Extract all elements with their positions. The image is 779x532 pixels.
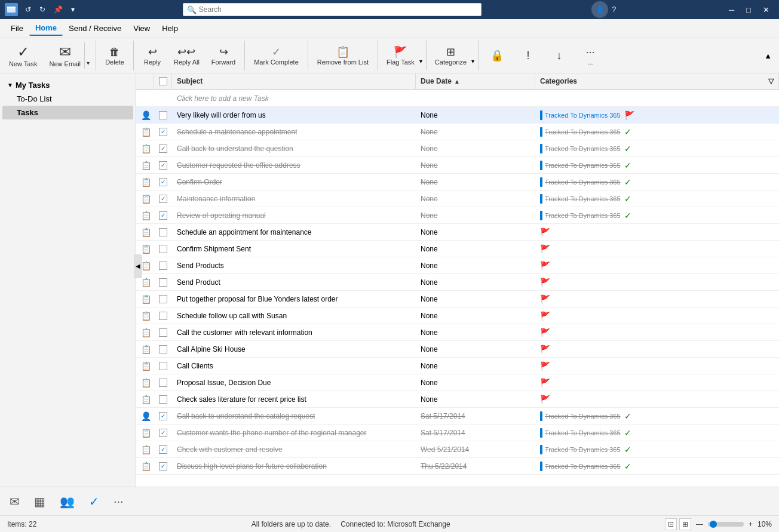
table-row[interactable]: 📋 Send Products None 🚩 (136, 257, 779, 274)
row-check-cell[interactable] (154, 174, 172, 190)
table-row[interactable]: 📋 Schedule an appointment for maintenanc… (136, 224, 779, 241)
row-subject-cell[interactable]: Call the customer with relevant informat… (172, 324, 416, 340)
menu-help[interactable]: Help (156, 21, 184, 35)
table-row[interactable]: 📋 Customer requested the office address … (136, 157, 779, 174)
row-subject-cell[interactable]: Maintenance information (172, 190, 416, 207)
nav-calendar[interactable]: ▦ (27, 492, 53, 511)
flag-task-dropdown[interactable]: ▾ (419, 43, 422, 68)
row-subject-cell[interactable]: Send Product (172, 274, 416, 290)
new-email-dropdown[interactable]: ▾ (84, 42, 91, 69)
row-subject-cell[interactable]: Schedule a maintenance appointment (172, 124, 416, 140)
maximize-button[interactable]: □ (741, 3, 756, 17)
table-row[interactable]: 📋 Call Alpine Ski House None 🚩 (136, 341, 779, 358)
flag-icon[interactable]: 🚩 (540, 378, 550, 388)
header-subject-col[interactable]: Subject (172, 73, 416, 89)
view-multi-icon[interactable]: ⊞ (679, 518, 691, 530)
table-row[interactable]: 📋 Confirm Shipment Sent None 🚩 (136, 241, 779, 257)
task-checkbox[interactable] (159, 144, 167, 153)
new-task-placeholder[interactable]: Click here to add a new Task (172, 90, 416, 106)
task-checkbox[interactable] (159, 362, 167, 370)
task-checkbox[interactable] (159, 262, 167, 270)
task-checkbox[interactable] (159, 195, 167, 203)
row-check-cell[interactable] (154, 324, 172, 340)
table-row[interactable]: 📋 Call Clients None 🚩 (136, 358, 779, 374)
close-button[interactable]: ✕ (758, 3, 774, 17)
zoom-in-button[interactable]: + (746, 519, 755, 530)
task-checkbox[interactable] (159, 345, 167, 353)
row-check-cell[interactable] (154, 425, 172, 441)
table-row[interactable]: 👤 Call back to understand the catalog re… (136, 408, 779, 425)
row-check-cell[interactable] (154, 190, 172, 207)
flag-icon[interactable]: 🚩 (540, 278, 550, 287)
nav-tasks[interactable]: ✓ (82, 492, 106, 511)
search-input[interactable] (199, 5, 477, 14)
table-row[interactable]: 📋 Call the customer with relevant inform… (136, 324, 779, 341)
row-subject-cell[interactable]: Check with customer and resolve (172, 441, 416, 457)
table-row[interactable]: 📋 Send Product None 🚩 (136, 274, 779, 291)
row-check-cell[interactable] (154, 374, 172, 390)
row-subject-cell[interactable]: Confirm Order (172, 174, 416, 190)
task-checkbox[interactable] (159, 462, 167, 471)
task-checkbox[interactable] (159, 312, 167, 320)
table-row[interactable]: 📋 Call back to understand the question N… (136, 140, 779, 157)
row-check-cell[interactable] (154, 291, 172, 307)
task-checkbox[interactable] (159, 278, 167, 287)
row-check-cell[interactable] (154, 391, 172, 407)
sidebar-collapse-button[interactable]: ◀ (134, 254, 142, 278)
menu-send-receive[interactable]: Send / Receive (63, 21, 127, 35)
table-row[interactable]: 📋 Discuss high level plans for future co… (136, 458, 779, 475)
row-subject-cell[interactable]: Schedule an appointment for maintenance (172, 224, 416, 240)
view-single-icon[interactable]: ⊡ (665, 518, 677, 530)
menu-file[interactable]: File (5, 21, 29, 35)
forward-button[interactable]: ↪ Forward (206, 42, 241, 69)
row-check-cell[interactable] (154, 107, 172, 123)
row-check-cell[interactable] (154, 408, 172, 424)
nav-contacts[interactable]: 👥 (53, 492, 82, 511)
table-row[interactable]: 📋 Review of operating manual None Tracke… (136, 207, 779, 224)
zoom-slider[interactable] (708, 522, 744, 527)
mark-complete-button[interactable]: ✓ Mark Complete (249, 42, 304, 69)
reply-all-button[interactable]: ↩↩ Reply All (168, 42, 205, 69)
categorize-button[interactable]: ⊞ Categorize (430, 43, 471, 68)
flag-icon[interactable]: 🚩 (540, 311, 550, 321)
header-due-date-col[interactable]: Due Date ▲ (416, 73, 535, 89)
row-check-cell[interactable] (154, 207, 172, 223)
row-check-cell[interactable] (154, 358, 172, 374)
table-row[interactable]: 👤 Very likely will order from us None Tr… (136, 107, 779, 124)
row-subject-cell[interactable]: Discuss high level plans for future coll… (172, 458, 416, 474)
sidebar-item-tasks[interactable]: Tasks (2, 106, 133, 119)
zoom-out-button[interactable]: — (694, 519, 706, 530)
search-bar[interactable]: 🔍 (183, 3, 481, 16)
table-row[interactable]: 📋 Confirm Order None Tracked To Dynamics… (136, 174, 779, 190)
nav-mail[interactable]: ✉ (2, 492, 27, 511)
new-task-button[interactable]: ✓ New Task (5, 42, 41, 70)
task-checkbox[interactable] (159, 178, 167, 186)
row-check-cell[interactable] (154, 241, 172, 257)
row-subject-cell[interactable]: Call back to understand the catalog requ… (172, 408, 416, 424)
task-checkbox[interactable] (159, 211, 167, 220)
flag-icon[interactable]: 🚩 (540, 261, 550, 270)
row-subject-cell[interactable]: Schedule follow up call with Susan (172, 307, 416, 324)
flag-icon[interactable]: 🚩 (624, 110, 634, 120)
table-row[interactable]: 📋 Schedule a maintenance appointment Non… (136, 124, 779, 140)
row-check-cell[interactable] (154, 224, 172, 240)
table-row[interactable]: 📋 Check with customer and resolve Wed 5/… (136, 441, 779, 458)
task-checkbox[interactable] (159, 111, 167, 119)
sort-button[interactable]: ↓ (544, 47, 574, 65)
table-row[interactable]: 📋 Put together proposal for Blue Yonders… (136, 291, 779, 307)
row-check-cell[interactable] (154, 124, 172, 140)
header-categories-col[interactable]: Categories ▽ (535, 73, 779, 89)
flag-icon[interactable]: 🚩 (540, 227, 550, 237)
task-checkbox[interactable] (159, 295, 167, 303)
account-icon[interactable]: 👤 (591, 1, 608, 18)
flag-icon[interactable]: 🚩 (540, 345, 550, 354)
task-checkbox[interactable] (159, 161, 167, 170)
reply-button[interactable]: ↩ Reply (137, 42, 167, 69)
expand-icon[interactable]: ▾ (69, 4, 77, 15)
delete-button[interactable]: 🗑 Delete (100, 43, 130, 69)
table-row[interactable]: 📋 Schedule follow up call with Susan Non… (136, 307, 779, 324)
row-check-cell[interactable] (154, 341, 172, 357)
menu-home[interactable]: Home (29, 21, 63, 36)
table-row[interactable]: 📋 Customer wants the phone number of the… (136, 425, 779, 441)
task-checkbox[interactable] (159, 228, 167, 236)
